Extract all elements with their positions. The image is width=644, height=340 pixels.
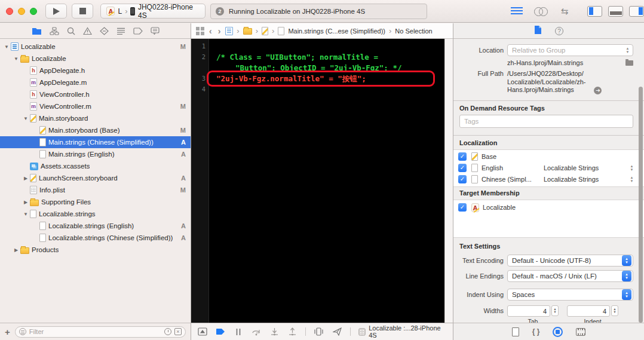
disclosure-triangle-icon[interactable] (22, 212, 30, 217)
stop-button[interactable] (72, 4, 93, 19)
find-navigator-tab[interactable] (67, 27, 75, 35)
toggle-navigator-button[interactable] (587, 6, 602, 17)
disclosure-triangle-icon[interactable] (12, 56, 20, 62)
choose-location-folder-icon[interactable] (625, 60, 633, 66)
editor-scrollbar[interactable] (444, 39, 453, 323)
tree-row[interactable]: AppDelegate.m (0, 76, 191, 88)
step-into-button[interactable] (269, 327, 280, 336)
recent-files-icon[interactable] (164, 328, 171, 335)
step-out-button[interactable] (287, 327, 298, 336)
stepper-icon[interactable] (551, 305, 559, 316)
issue-navigator-tab[interactable] (83, 27, 92, 35)
dropdown-stepper-icon[interactable] (628, 163, 636, 173)
disclosure-triangle-icon[interactable] (22, 200, 30, 205)
tree-row[interactable]: Supporting Files (0, 196, 191, 208)
toggle-utilities-button[interactable] (629, 6, 644, 17)
breadcrumb-file-icon[interactable] (278, 27, 284, 35)
tree-row[interactable]: AppDelegate.h (0, 65, 191, 76)
source-editor[interactable]: 1 2 3 4 /* Class = "UIButton"; normalTit… (191, 39, 453, 323)
localization-row[interactable]: Chinese (Simpl... Localizable Strings (453, 174, 644, 185)
report-navigator-tab[interactable] (151, 27, 160, 35)
add-file-button[interactable] (5, 327, 10, 337)
code-snippet-library-icon[interactable] (532, 327, 540, 336)
disclosure-triangle-icon[interactable] (12, 247, 20, 253)
test-navigator-tab[interactable] (100, 27, 109, 35)
breadcrumb-project-icon[interactable] (225, 27, 233, 35)
checkbox-checked-icon[interactable] (458, 164, 467, 172)
filter-input[interactable]: Filter (15, 326, 186, 338)
breadcrumb-storyboard-icon[interactable] (262, 27, 268, 35)
back-button[interactable] (208, 26, 213, 36)
tree-row[interactable]: Info.plistM (0, 184, 191, 196)
checkbox-checked-icon[interactable] (458, 175, 467, 183)
tree-row[interactable]: Main.storyboard (Base)M (0, 124, 191, 136)
symbol-navigator-tab[interactable] (50, 27, 59, 35)
quick-help-inspector-tab[interactable] (555, 27, 563, 35)
debug-navigator-tab[interactable] (116, 27, 125, 35)
project-navigator-tab[interactable] (32, 27, 42, 35)
open-in-finder-arrow-icon[interactable] (594, 87, 602, 94)
minimize-window-button[interactable] (18, 8, 25, 15)
view-debugger-button[interactable] (314, 327, 324, 336)
version-editor-button[interactable] (557, 7, 572, 16)
breadcrumb-file-name[interactable]: Main.strings (C...ese (Simplified)) (288, 27, 385, 35)
location-dropdown[interactable]: Relative to Group (507, 44, 633, 56)
stepper-icon[interactable] (611, 305, 618, 316)
breadcrumb-folder-icon[interactable] (243, 28, 252, 35)
target-row[interactable]: Localizable (453, 202, 644, 213)
tree-row[interactable]: ViewController.h (0, 88, 191, 100)
forward-button[interactable] (217, 26, 222, 36)
tree-row[interactable]: Localizable.strings (English)A (0, 220, 191, 232)
checkbox-checked-icon[interactable] (458, 203, 467, 212)
standard-editor-button[interactable] (510, 7, 524, 16)
line-number: 3 (194, 75, 206, 82)
toggle-debug-area-button[interactable] (608, 6, 623, 17)
tree-row[interactable]: LaunchScreen.storyboardA (0, 172, 191, 184)
breadcrumb-selection[interactable]: No Selection (395, 27, 432, 35)
related-items-icon[interactable] (196, 27, 204, 35)
disclosure-triangle-icon[interactable] (22, 176, 30, 181)
tree-row[interactable]: Products (0, 244, 191, 256)
step-over-button[interactable] (252, 327, 262, 336)
localization-row[interactable]: Base (453, 151, 644, 163)
unsaved-files-icon[interactable] (174, 328, 182, 335)
debug-process-chip[interactable]: Localizable :...28-iPhone 4S (358, 324, 447, 339)
tree-row-selected[interactable]: Main.strings (Chinese (Simplified))A (0, 136, 191, 148)
indent-width-field[interactable]: 4 (567, 305, 610, 317)
media-library-icon[interactable] (576, 328, 585, 336)
line-number: 4 (194, 85, 206, 93)
breakpoint-navigator-tab[interactable] (133, 27, 143, 35)
tree-row[interactable]: Main.storyboard (0, 112, 191, 124)
tree-row[interactable]: Assets.xcassets (0, 160, 191, 172)
run-button[interactable] (45, 4, 67, 19)
tree-row[interactable]: LocalizableM (0, 41, 191, 53)
scheme-selector[interactable]: L JHQ0228-iPhone 4S (100, 4, 206, 19)
tree-row[interactable]: Localizable.strings (0, 208, 191, 220)
inspector-scrollbar[interactable] (639, 87, 643, 323)
tree-row[interactable]: Main.strings (English)A (0, 148, 191, 160)
indent-using-dropdown[interactable]: Spaces (507, 289, 633, 301)
localization-row[interactable]: English Localizable Strings (453, 163, 644, 174)
text-encoding-dropdown[interactable]: Default - Unicode (UTF-8) (507, 255, 633, 267)
breakpoints-toggle-button[interactable] (215, 327, 225, 336)
tree-row[interactable]: Localizable (0, 53, 191, 65)
hide-debug-area-button[interactable] (197, 327, 207, 336)
disclosure-triangle-icon[interactable] (22, 116, 30, 121)
line-endings-dropdown[interactable]: Default - macOS / Unix (LF) (507, 270, 633, 282)
disclosure-triangle-icon[interactable] (2, 44, 11, 50)
tree-row[interactable]: ViewController.mM (0, 100, 191, 112)
tab-width-field[interactable]: 4 (507, 305, 550, 317)
tree-row[interactable]: Localizable.strings (Chinese (Simplified… (0, 232, 191, 244)
tags-input[interactable]: Tags (459, 115, 633, 128)
close-window-button[interactable] (6, 8, 13, 15)
assistant-editor-button[interactable] (533, 7, 548, 16)
pause-execution-button[interactable] (233, 327, 243, 336)
zoom-window-button[interactable] (30, 8, 37, 15)
dropdown-stepper-icon[interactable] (628, 174, 636, 184)
file-inspector-tab[interactable] (534, 25, 542, 37)
file-template-library-icon[interactable] (512, 327, 519, 336)
checkbox-checked-icon[interactable] (458, 152, 467, 161)
object-library-icon[interactable] (553, 327, 563, 337)
simulate-location-button[interactable] (332, 327, 342, 336)
activity-count-badge[interactable]: 2 (216, 7, 224, 16)
